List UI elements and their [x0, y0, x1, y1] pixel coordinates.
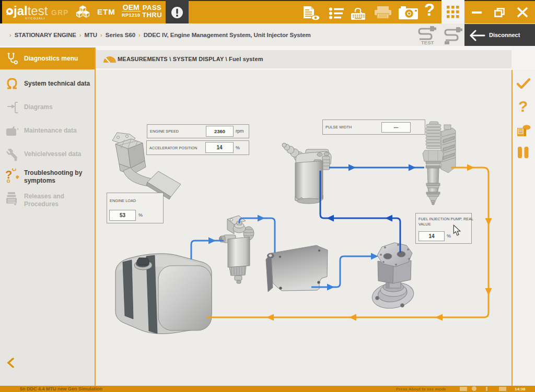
- svg-text:TEST: TEST: [421, 40, 434, 45]
- svg-text:?: ?: [5, 168, 12, 181]
